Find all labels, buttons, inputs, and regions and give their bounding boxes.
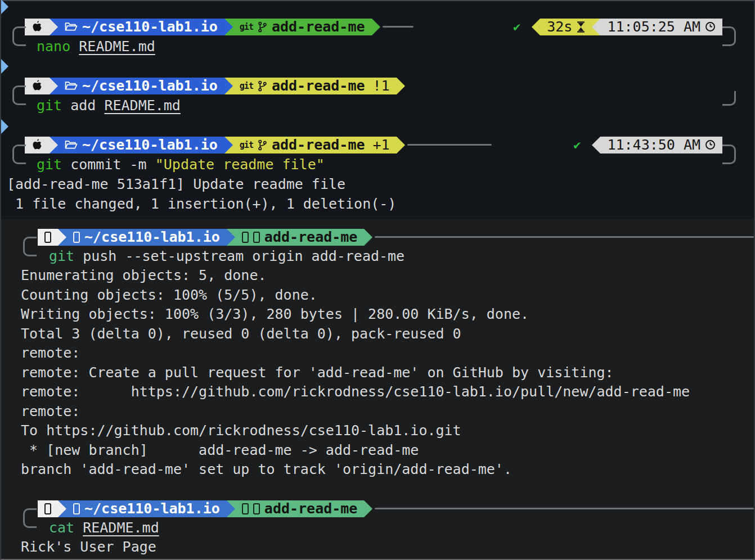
git-logotype: git <box>240 22 253 32</box>
powerline-separator <box>227 500 235 517</box>
output-line: Counting objects: 100% (5/5), done. <box>21 286 754 305</box>
apple-icon <box>32 138 43 151</box>
output-line: Rick's User Page <box>21 538 754 557</box>
segment-duration: 32s <box>540 19 592 35</box>
segment-git: add-read-me <box>235 500 365 517</box>
missing-glyph-box <box>253 232 260 243</box>
output-line: * [new branch] add-read-me -> add-read-m… <box>21 441 754 460</box>
powerline-separator <box>227 229 235 246</box>
command-line: git commit -m "Update readme file" <box>7 155 754 174</box>
terminal-session-top[interactable]: ~/cse110-lab1.io git add-read-me ✔ <box>1 1 754 219</box>
prompt-block-3: ~/cse110-lab1.io git add-read-me +1 <box>7 135 754 174</box>
missing-glyph-box <box>253 503 260 514</box>
command-space <box>70 38 79 55</box>
powerline-separator <box>58 229 66 246</box>
folder-icon <box>65 81 78 91</box>
blank-line <box>21 480 754 499</box>
prompt-bar: ~/cse110-lab1.io git add-read-me !1 <box>7 76 754 96</box>
output-line: Writing objects: 100% (3/3), 280 bytes |… <box>21 305 754 324</box>
command-name: git <box>49 248 74 264</box>
prompt-bar: ~/cse110-lab1.io git add-read-me ✔ <box>7 17 754 37</box>
powerline-separator <box>50 19 58 35</box>
output-line: [add-read-me 513a1f1] Update readme file <box>7 174 754 194</box>
prompt-bar: ~/cse110-lab1.io add-read-me <box>21 499 754 518</box>
command-space <box>74 520 83 536</box>
prompt-bar: ~/cse110-lab1.io git add-read-me +1 <box>7 135 754 155</box>
output-line: remote: <box>21 402 754 422</box>
cwd-path: ~/cse110-lab1.io <box>82 19 218 35</box>
command-line: cat README.md <box>21 518 754 538</box>
command-args: add <box>62 97 104 114</box>
segment-git: git add-read-me <box>233 19 372 35</box>
segment-git: git add-read-me +1 <box>233 137 397 153</box>
clock-icon <box>705 21 716 32</box>
command-line: git add README.md <box>7 96 754 115</box>
check-icon: ✔ <box>562 138 592 152</box>
segment-os <box>25 78 50 94</box>
check-icon: ✔ <box>502 20 532 34</box>
output-line: Total 3 (delta 0), reused 0 (delta 0), p… <box>21 324 754 344</box>
git-status: +1 <box>373 137 390 153</box>
powerline-separator <box>592 137 600 153</box>
cwd-path: ~/cse110-lab1.io <box>84 500 220 517</box>
output-line: branch 'add-read-me' set up to track 'or… <box>21 460 754 480</box>
powerline-separator <box>224 137 233 153</box>
powerline-separator <box>50 137 58 153</box>
prompt-frame-right <box>722 144 736 164</box>
prompt-frame-left <box>23 237 37 256</box>
command-file: README.md <box>79 38 155 55</box>
blank-line <box>7 56 754 76</box>
git-branch-icon <box>258 139 267 151</box>
prompt-frame-left <box>12 26 26 46</box>
powerline-separator <box>397 137 405 153</box>
prompt-block-4: ~/cse110-lab1.io add-read-me git push --… <box>21 227 754 266</box>
cwd-path: ~/cse110-lab1.io <box>82 78 218 94</box>
segment-time: 11:43:50 AM <box>600 137 722 153</box>
blank-line <box>7 115 754 135</box>
prompt-connector-line <box>375 236 754 238</box>
powerline-separator <box>50 78 58 94</box>
segment-path: ~/cse110-lab1.io <box>66 500 227 517</box>
segment-os <box>38 500 58 517</box>
powerline-separator <box>224 78 233 94</box>
output-line: To https://github.com/rickrodness/cse110… <box>21 421 754 441</box>
git-logotype: git <box>240 140 253 150</box>
time-value: 11:43:50 AM <box>607 137 700 153</box>
command-file: README.md <box>104 97 180 114</box>
missing-glyph-box <box>44 232 51 243</box>
prompt-connector-line <box>407 144 492 146</box>
output-line: remote: <box>21 344 754 363</box>
prompt-block-5: ~/cse110-lab1.io add-read-me cat README.… <box>21 499 754 538</box>
apple-icon <box>32 20 43 33</box>
command-line: git push --set-upstream origin add-read-… <box>21 247 754 267</box>
shell-mark-triangle <box>1 59 8 74</box>
time-value: 11:05:25 AM <box>607 19 700 35</box>
branch-name: add-read-me <box>272 137 365 153</box>
folder-icon <box>65 22 78 31</box>
missing-glyph-box <box>44 503 51 514</box>
branch-name: add-read-me <box>272 78 365 94</box>
missing-glyph-box <box>242 503 249 514</box>
command-args: commit -m <box>62 156 155 173</box>
command-string: "Update readme file" <box>155 156 325 173</box>
command-file: README.md <box>83 520 159 536</box>
prompt-frame-left <box>12 144 26 164</box>
shell-mark-triangle <box>1 0 8 14</box>
segment-os <box>25 19 50 35</box>
command-args: push --set-upstream origin add-read-me <box>74 248 405 264</box>
command-name: nano <box>37 38 70 55</box>
terminal-session-bottom[interactable]: ~/cse110-lab1.io add-read-me git push --… <box>1 219 754 558</box>
segment-git: add-read-me <box>235 229 365 246</box>
folder-icon <box>65 140 78 150</box>
powerline-separator <box>592 19 600 35</box>
powerline-separator <box>372 19 380 35</box>
apple-icon <box>32 79 43 92</box>
branch-name: add-read-me <box>264 500 358 517</box>
segment-os <box>25 137 50 153</box>
missing-glyph-box <box>73 232 80 243</box>
prompt-connector-line <box>375 508 754 509</box>
prompt-frame-right <box>722 91 736 106</box>
output-line: remote: https://github.com/rickrodness/c… <box>21 382 754 402</box>
terminal-screen: ~/cse110-lab1.io git add-read-me ✔ <box>0 0 755 560</box>
prompt-connector-line <box>383 26 414 28</box>
